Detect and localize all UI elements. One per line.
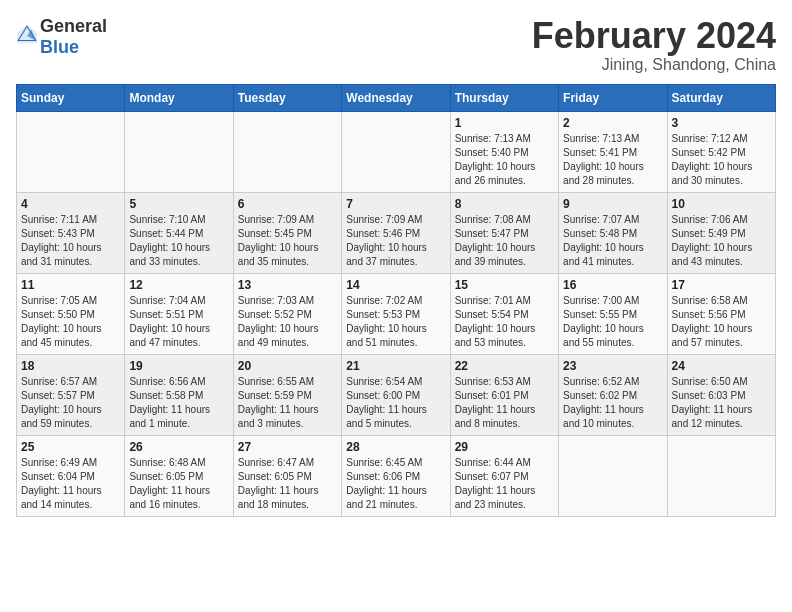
- calendar-cell: 6Sunrise: 7:09 AM Sunset: 5:45 PM Daylig…: [233, 192, 341, 273]
- calendar-cell: 11Sunrise: 7:05 AM Sunset: 5:50 PM Dayli…: [17, 273, 125, 354]
- day-info: Sunrise: 7:01 AM Sunset: 5:54 PM Dayligh…: [455, 294, 554, 350]
- calendar-body: 1Sunrise: 7:13 AM Sunset: 5:40 PM Daylig…: [17, 111, 776, 516]
- calendar-cell: [125, 111, 233, 192]
- weekday-header-friday: Friday: [559, 84, 667, 111]
- calendar-cell: 23Sunrise: 6:52 AM Sunset: 6:02 PM Dayli…: [559, 354, 667, 435]
- calendar-cell: 22Sunrise: 6:53 AM Sunset: 6:01 PM Dayli…: [450, 354, 558, 435]
- calendar-week-row: 11Sunrise: 7:05 AM Sunset: 5:50 PM Dayli…: [17, 273, 776, 354]
- weekday-header-monday: Monday: [125, 84, 233, 111]
- calendar-cell: [559, 435, 667, 516]
- calendar-week-row: 4Sunrise: 7:11 AM Sunset: 5:43 PM Daylig…: [17, 192, 776, 273]
- title-area: February 2024 Jining, Shandong, China: [532, 16, 776, 74]
- day-number: 23: [563, 359, 662, 373]
- calendar-cell: 27Sunrise: 6:47 AM Sunset: 6:05 PM Dayli…: [233, 435, 341, 516]
- day-info: Sunrise: 7:13 AM Sunset: 5:41 PM Dayligh…: [563, 132, 662, 188]
- day-number: 21: [346, 359, 445, 373]
- header: General Blue February 2024 Jining, Shand…: [16, 16, 776, 74]
- day-info: Sunrise: 6:48 AM Sunset: 6:05 PM Dayligh…: [129, 456, 228, 512]
- day-number: 17: [672, 278, 771, 292]
- calendar-cell: 8Sunrise: 7:08 AM Sunset: 5:47 PM Daylig…: [450, 192, 558, 273]
- day-info: Sunrise: 6:54 AM Sunset: 6:00 PM Dayligh…: [346, 375, 445, 431]
- day-info: Sunrise: 6:49 AM Sunset: 6:04 PM Dayligh…: [21, 456, 120, 512]
- calendar-week-row: 18Sunrise: 6:57 AM Sunset: 5:57 PM Dayli…: [17, 354, 776, 435]
- day-info: Sunrise: 7:04 AM Sunset: 5:51 PM Dayligh…: [129, 294, 228, 350]
- day-number: 26: [129, 440, 228, 454]
- calendar-cell: 5Sunrise: 7:10 AM Sunset: 5:44 PM Daylig…: [125, 192, 233, 273]
- day-number: 22: [455, 359, 554, 373]
- calendar-cell: 10Sunrise: 7:06 AM Sunset: 5:49 PM Dayli…: [667, 192, 775, 273]
- day-info: Sunrise: 7:09 AM Sunset: 5:46 PM Dayligh…: [346, 213, 445, 269]
- calendar-cell: [233, 111, 341, 192]
- day-number: 3: [672, 116, 771, 130]
- day-number: 11: [21, 278, 120, 292]
- day-number: 8: [455, 197, 554, 211]
- calendar-cell: [17, 111, 125, 192]
- day-number: 14: [346, 278, 445, 292]
- day-number: 29: [455, 440, 554, 454]
- day-info: Sunrise: 6:56 AM Sunset: 5:58 PM Dayligh…: [129, 375, 228, 431]
- day-info: Sunrise: 7:02 AM Sunset: 5:53 PM Dayligh…: [346, 294, 445, 350]
- calendar-cell: 18Sunrise: 6:57 AM Sunset: 5:57 PM Dayli…: [17, 354, 125, 435]
- day-info: Sunrise: 7:00 AM Sunset: 5:55 PM Dayligh…: [563, 294, 662, 350]
- day-info: Sunrise: 6:45 AM Sunset: 6:06 PM Dayligh…: [346, 456, 445, 512]
- calendar-cell: 12Sunrise: 7:04 AM Sunset: 5:51 PM Dayli…: [125, 273, 233, 354]
- calendar-cell: [342, 111, 450, 192]
- calendar-cell: 24Sunrise: 6:50 AM Sunset: 6:03 PM Dayli…: [667, 354, 775, 435]
- day-info: Sunrise: 6:50 AM Sunset: 6:03 PM Dayligh…: [672, 375, 771, 431]
- calendar-week-row: 25Sunrise: 6:49 AM Sunset: 6:04 PM Dayli…: [17, 435, 776, 516]
- day-info: Sunrise: 7:09 AM Sunset: 5:45 PM Dayligh…: [238, 213, 337, 269]
- day-info: Sunrise: 6:58 AM Sunset: 5:56 PM Dayligh…: [672, 294, 771, 350]
- weekday-header-thursday: Thursday: [450, 84, 558, 111]
- weekday-header-saturday: Saturday: [667, 84, 775, 111]
- day-info: Sunrise: 7:06 AM Sunset: 5:49 PM Dayligh…: [672, 213, 771, 269]
- day-info: Sunrise: 7:03 AM Sunset: 5:52 PM Dayligh…: [238, 294, 337, 350]
- day-number: 6: [238, 197, 337, 211]
- day-info: Sunrise: 7:05 AM Sunset: 5:50 PM Dayligh…: [21, 294, 120, 350]
- day-number: 28: [346, 440, 445, 454]
- calendar-cell: 13Sunrise: 7:03 AM Sunset: 5:52 PM Dayli…: [233, 273, 341, 354]
- calendar-cell: 3Sunrise: 7:12 AM Sunset: 5:42 PM Daylig…: [667, 111, 775, 192]
- calendar-cell: [667, 435, 775, 516]
- calendar-cell: 20Sunrise: 6:55 AM Sunset: 5:59 PM Dayli…: [233, 354, 341, 435]
- subtitle: Jining, Shandong, China: [532, 56, 776, 74]
- day-number: 25: [21, 440, 120, 454]
- calendar-cell: 16Sunrise: 7:00 AM Sunset: 5:55 PM Dayli…: [559, 273, 667, 354]
- day-info: Sunrise: 6:53 AM Sunset: 6:01 PM Dayligh…: [455, 375, 554, 431]
- day-number: 19: [129, 359, 228, 373]
- weekday-header-wednesday: Wednesday: [342, 84, 450, 111]
- calendar-cell: 21Sunrise: 6:54 AM Sunset: 6:00 PM Dayli…: [342, 354, 450, 435]
- day-number: 4: [21, 197, 120, 211]
- main-title: February 2024: [532, 16, 776, 56]
- logo-icon: [16, 24, 38, 46]
- day-number: 20: [238, 359, 337, 373]
- day-info: Sunrise: 6:57 AM Sunset: 5:57 PM Dayligh…: [21, 375, 120, 431]
- weekday-header-row: SundayMondayTuesdayWednesdayThursdayFrid…: [17, 84, 776, 111]
- calendar-cell: 14Sunrise: 7:02 AM Sunset: 5:53 PM Dayli…: [342, 273, 450, 354]
- logo: General Blue: [16, 16, 107, 58]
- day-number: 7: [346, 197, 445, 211]
- calendar-cell: 25Sunrise: 6:49 AM Sunset: 6:04 PM Dayli…: [17, 435, 125, 516]
- day-info: Sunrise: 6:44 AM Sunset: 6:07 PM Dayligh…: [455, 456, 554, 512]
- calendar-cell: 9Sunrise: 7:07 AM Sunset: 5:48 PM Daylig…: [559, 192, 667, 273]
- calendar-cell: 17Sunrise: 6:58 AM Sunset: 5:56 PM Dayli…: [667, 273, 775, 354]
- day-info: Sunrise: 7:13 AM Sunset: 5:40 PM Dayligh…: [455, 132, 554, 188]
- calendar-cell: 7Sunrise: 7:09 AM Sunset: 5:46 PM Daylig…: [342, 192, 450, 273]
- calendar-cell: 28Sunrise: 6:45 AM Sunset: 6:06 PM Dayli…: [342, 435, 450, 516]
- calendar-cell: 19Sunrise: 6:56 AM Sunset: 5:58 PM Dayli…: [125, 354, 233, 435]
- logo-blue-text: Blue: [40, 37, 79, 57]
- logo-general-text: General: [40, 16, 107, 36]
- day-number: 13: [238, 278, 337, 292]
- calendar-header: SundayMondayTuesdayWednesdayThursdayFrid…: [17, 84, 776, 111]
- day-number: 24: [672, 359, 771, 373]
- calendar-cell: 2Sunrise: 7:13 AM Sunset: 5:41 PM Daylig…: [559, 111, 667, 192]
- day-number: 15: [455, 278, 554, 292]
- day-info: Sunrise: 7:07 AM Sunset: 5:48 PM Dayligh…: [563, 213, 662, 269]
- day-number: 5: [129, 197, 228, 211]
- day-number: 18: [21, 359, 120, 373]
- weekday-header-tuesday: Tuesday: [233, 84, 341, 111]
- day-number: 1: [455, 116, 554, 130]
- day-number: 9: [563, 197, 662, 211]
- weekday-header-sunday: Sunday: [17, 84, 125, 111]
- calendar-week-row: 1Sunrise: 7:13 AM Sunset: 5:40 PM Daylig…: [17, 111, 776, 192]
- calendar-cell: 26Sunrise: 6:48 AM Sunset: 6:05 PM Dayli…: [125, 435, 233, 516]
